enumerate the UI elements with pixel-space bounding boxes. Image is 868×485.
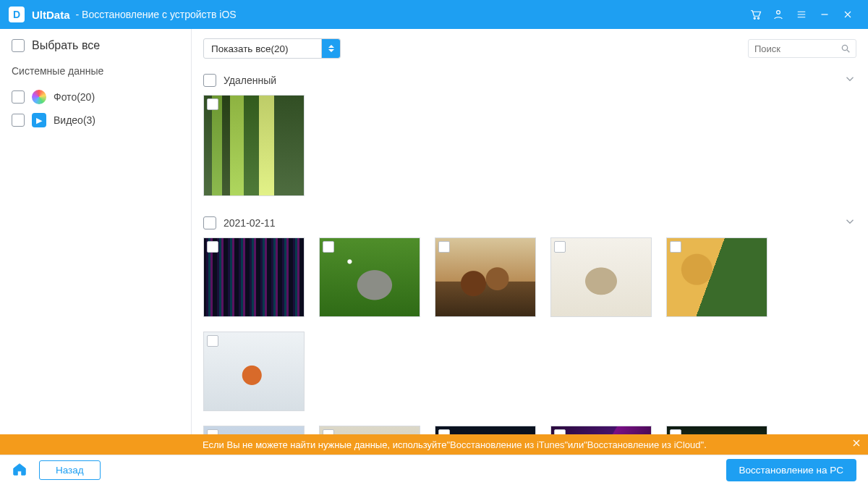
thumb-checkbox[interactable] [207, 335, 218, 347]
title-bar: D UltData - Восстановление с устройств i… [0, 0, 868, 29]
sidebar-item-videos[interactable]: ▶ Видео(3) [12, 109, 179, 132]
photo-thumb[interactable] [319, 426, 420, 434]
thumb-checkbox[interactable] [438, 241, 450, 253]
thumb-image [320, 426, 420, 434]
photos-icon [32, 90, 46, 104]
menu-icon[interactable] [790, 0, 813, 29]
minimize-icon[interactable] [813, 0, 836, 29]
banner-close-icon[interactable] [851, 437, 862, 451]
toolbar: Показать все(20) [192, 29, 868, 62]
select-all-label: Выбрать все [32, 39, 100, 52]
photo-thumb[interactable] [435, 237, 536, 317]
group-header-date[interactable]: 2021-02-11 [203, 208, 856, 235]
thumb-checkbox[interactable] [207, 429, 218, 434]
select-all-row[interactable]: Выбрать все [12, 39, 179, 52]
photo-thumb[interactable] [203, 332, 305, 411]
thumb-row-deleted [203, 92, 856, 208]
thumb-image [204, 426, 304, 434]
banner-text-suffix: . [704, 439, 707, 450]
thumb-image [204, 96, 304, 195]
chevron-down-icon[interactable] [843, 72, 856, 88]
sidebar-item-label: Фото(20) [54, 91, 95, 103]
sidebar: Выбрать все Системные данные Фото(20) ▶ … [0, 29, 192, 434]
thumb-row-1 [203, 235, 856, 423]
photo-thumb[interactable] [203, 95, 305, 196]
filter-select-stepper[interactable] [321, 39, 340, 58]
thumb-checkbox[interactable] [323, 241, 334, 253]
content-area: Удаленный 2021-02-11 [192, 62, 868, 434]
svg-point-0 [754, 17, 755, 19]
thumb-checkbox[interactable] [670, 241, 681, 253]
photo-thumb[interactable] [550, 237, 652, 317]
app-subtitle: - Восстановление с устройств iOS [76, 9, 237, 20]
group-title: 2021-02-11 [224, 217, 276, 229]
home-icon[interactable] [12, 461, 27, 480]
sidebar-section-title: Системные данные [12, 65, 179, 77]
svg-point-2 [777, 11, 780, 14]
banner-link-itunes[interactable]: "Восстановление из iTunes" [446, 439, 568, 450]
photo-thumb[interactable] [203, 426, 305, 434]
group-title: Удаленный [224, 75, 276, 86]
banner-text-prefix: Если Вы не можете найти нужные данные, и… [203, 439, 446, 450]
thumb-checkbox[interactable] [554, 241, 566, 253]
thumb-image [667, 238, 767, 316]
group-header-deleted[interactable]: Удаленный [203, 65, 856, 92]
thumb-image [435, 426, 535, 434]
videos-checkbox[interactable] [12, 114, 25, 127]
footer: Назад Восстановление на PC [0, 455, 868, 485]
photo-thumb[interactable] [203, 237, 305, 317]
thumb-image [551, 238, 651, 316]
thumb-checkbox[interactable] [207, 98, 218, 110]
sidebar-item-label: Видео(3) [54, 114, 95, 126]
search-input[interactable] [754, 43, 837, 54]
photo-thumb[interactable] [435, 426, 536, 434]
thumb-image [320, 238, 420, 316]
svg-point-1 [757, 17, 759, 19]
sidebar-item-photos[interactable]: Фото(20) [12, 85, 179, 109]
search-box[interactable] [748, 39, 856, 58]
filter-select[interactable]: Показать все(20) [203, 38, 341, 59]
info-banner: Если Вы не можете найти нужные данные, и… [0, 434, 868, 455]
app-logo: D [9, 7, 25, 22]
photos-checkbox[interactable] [12, 90, 25, 104]
thumb-image [204, 332, 304, 410]
thumb-image [204, 238, 304, 316]
thumb-image [551, 426, 651, 434]
cart-icon[interactable] [744, 0, 767, 29]
thumb-image [435, 238, 535, 316]
thumb-checkbox[interactable] [554, 429, 566, 434]
chevron-down-icon[interactable] [843, 215, 856, 230]
filter-select-value: Показать все(20) [211, 43, 288, 54]
back-button[interactable]: Назад [39, 460, 101, 480]
photo-thumb[interactable] [550, 426, 652, 434]
user-icon[interactable] [767, 0, 790, 29]
photo-thumb[interactable] [666, 237, 767, 317]
close-icon[interactable] [836, 0, 859, 29]
group-checkbox[interactable] [203, 74, 216, 87]
banner-link-icloud[interactable]: "Восстановление из iCloud" [584, 439, 704, 450]
thumb-row-2 [203, 423, 856, 434]
photo-thumb[interactable] [319, 237, 420, 317]
thumb-checkbox[interactable] [670, 429, 681, 434]
thumb-checkbox[interactable] [323, 429, 334, 434]
group-checkbox[interactable] [203, 216, 216, 229]
videos-icon: ▶ [32, 113, 46, 127]
recover-to-pc-button[interactable]: Восстановление на PC [726, 459, 857, 481]
search-icon [840, 43, 851, 57]
select-all-checkbox[interactable] [12, 39, 25, 52]
thumb-image [667, 426, 767, 434]
app-name: UltData [32, 9, 70, 21]
photo-thumb[interactable] [666, 426, 767, 434]
banner-text-mid: или [568, 439, 584, 450]
main-panel: Показать все(20) Удаленный [192, 29, 868, 434]
thumb-checkbox[interactable] [438, 429, 450, 434]
svg-point-3 [842, 45, 847, 50]
thumb-checkbox[interactable] [207, 241, 218, 253]
